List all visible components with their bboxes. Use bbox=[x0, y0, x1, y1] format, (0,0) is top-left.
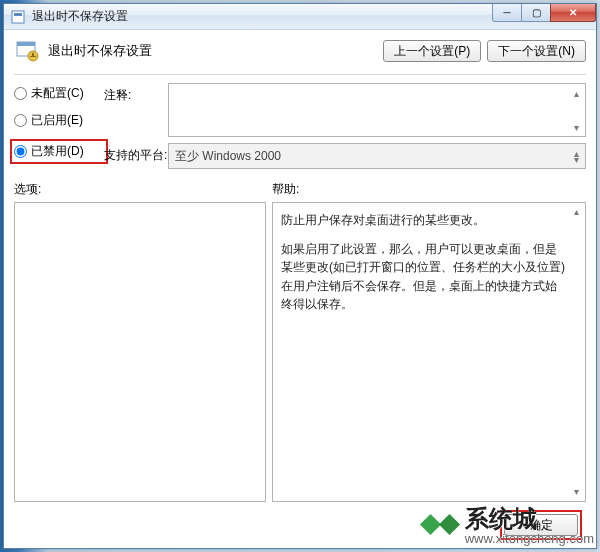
page-title: 退出时不保存设置 bbox=[48, 42, 383, 60]
platform-value: 至少 Windows 2000 bbox=[175, 148, 281, 165]
footer: 确定 bbox=[14, 502, 586, 542]
prev-setting-button[interactable]: 上一个设置(P) bbox=[383, 40, 481, 62]
section-labels: 选项: 帮助: bbox=[14, 181, 586, 198]
highlight-ok: 确定 bbox=[500, 510, 582, 540]
dialog-content: 退出时不保存设置 上一个设置(P) 下一个设置(N) 未配置(C) 已启用(E) bbox=[4, 30, 596, 548]
svg-rect-0 bbox=[12, 11, 24, 23]
config-row: 未配置(C) 已启用(E) 已禁用(D) 注释: ▴ bbox=[14, 83, 586, 169]
options-label: 选项: bbox=[14, 181, 272, 198]
scroll-down-icon[interactable]: ▾ bbox=[569, 120, 583, 134]
radio-group: 未配置(C) 已启用(E) 已禁用(D) bbox=[14, 83, 104, 169]
header-row: 退出时不保存设置 上一个设置(P) 下一个设置(N) bbox=[14, 38, 586, 64]
divider bbox=[14, 74, 586, 75]
scroll-up-icon[interactable]: ▴ bbox=[569, 205, 583, 219]
scroll-down-icon[interactable]: ▾ bbox=[569, 152, 583, 166]
scroll-down-icon[interactable]: ▾ bbox=[569, 485, 583, 499]
policy-icon bbox=[14, 38, 40, 64]
radio-not-configured-input[interactable] bbox=[14, 87, 27, 100]
highlight-disabled: 已禁用(D) bbox=[10, 139, 108, 164]
app-icon bbox=[10, 9, 26, 25]
radio-not-configured[interactable]: 未配置(C) bbox=[14, 85, 104, 102]
svg-rect-6 bbox=[30, 56, 36, 57]
options-pane bbox=[14, 202, 266, 502]
right-column: 注释: ▴ ▾ 支持的平台: 至少 Windows 2000 ▴ ▾ bbox=[104, 83, 586, 169]
maximize-button[interactable]: ▢ bbox=[521, 4, 551, 22]
window-title: 退出时不保存设置 bbox=[32, 8, 493, 25]
help-paragraph: 如果启用了此设置，那么，用户可以更改桌面，但是某些更改(如已打开窗口的位置、任务… bbox=[281, 240, 567, 314]
ok-button[interactable]: 确定 bbox=[504, 514, 578, 536]
svg-rect-1 bbox=[14, 13, 22, 16]
help-pane: 防止用户保存对桌面进行的某些更改。 如果启用了此设置，那么，用户可以更改桌面，但… bbox=[272, 202, 586, 502]
comment-row: 注释: ▴ ▾ bbox=[104, 83, 586, 137]
scroll-up-icon[interactable]: ▴ bbox=[569, 86, 583, 100]
comment-textarea[interactable]: ▴ ▾ bbox=[168, 83, 586, 137]
minimize-button[interactable]: ─ bbox=[492, 4, 522, 22]
help-label: 帮助: bbox=[272, 181, 586, 198]
platform-label: 支持的平台: bbox=[104, 143, 168, 164]
next-setting-button[interactable]: 下一个设置(N) bbox=[487, 40, 586, 62]
panes: 防止用户保存对桌面进行的某些更改。 如果启用了此设置，那么，用户可以更改桌面，但… bbox=[14, 202, 586, 502]
help-paragraph: 防止用户保存对桌面进行的某些更改。 bbox=[281, 211, 567, 230]
titlebar: 退出时不保存设置 ─ ▢ ✕ bbox=[4, 4, 596, 30]
radio-enabled-input[interactable] bbox=[14, 114, 27, 127]
svg-rect-3 bbox=[17, 42, 35, 46]
radio-enabled[interactable]: 已启用(E) bbox=[14, 112, 104, 129]
platform-row: 支持的平台: 至少 Windows 2000 ▴ ▾ bbox=[104, 143, 586, 169]
radio-disabled-input[interactable] bbox=[14, 145, 27, 158]
dialog-window: 退出时不保存设置 ─ ▢ ✕ 退出时不保存设置 上一个设置(P) 下一个设置(N… bbox=[3, 3, 597, 549]
window-controls: ─ ▢ ✕ bbox=[493, 4, 596, 29]
platform-value-box: 至少 Windows 2000 ▴ ▾ bbox=[168, 143, 586, 169]
comment-label: 注释: bbox=[104, 83, 168, 104]
close-button[interactable]: ✕ bbox=[550, 4, 596, 22]
radio-disabled[interactable]: 已禁用(D) bbox=[14, 143, 100, 160]
